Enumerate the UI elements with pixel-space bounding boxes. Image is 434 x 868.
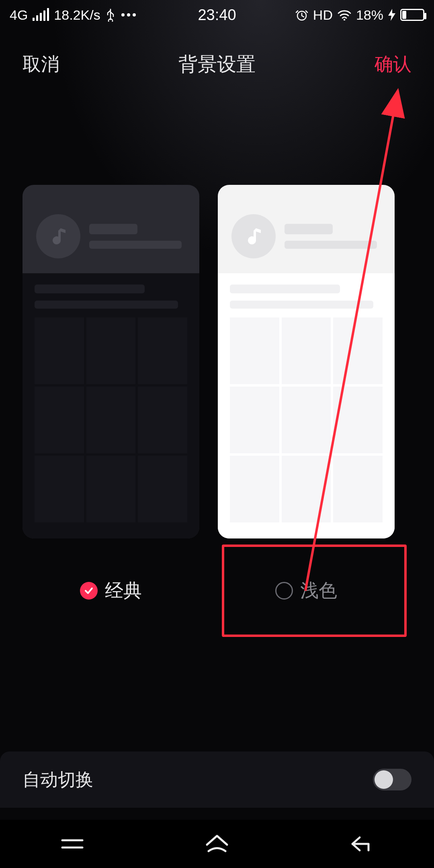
hd-label: HD [313, 7, 333, 23]
status-left: 4G 18.2K/s [10, 7, 137, 23]
charging-icon [388, 9, 395, 21]
signal-icon [33, 9, 49, 21]
usb-icon [105, 8, 116, 22]
option-classic-label: 经典 [105, 578, 142, 603]
home-button[interactable] [177, 828, 257, 860]
auto-switch-row: 自动切换 [0, 751, 434, 808]
cancel-button[interactable]: 取消 [23, 52, 59, 77]
theme-card-classic[interactable] [23, 185, 199, 538]
option-light-label: 浅色 [300, 578, 337, 603]
radio-selected-icon [80, 582, 98, 600]
status-right: HD 18% [295, 7, 424, 23]
auto-switch-toggle[interactable] [373, 769, 411, 790]
theme-cards [0, 185, 434, 538]
clock: 23:40 [198, 6, 236, 24]
radio-unselected-icon [275, 582, 293, 600]
recent-apps-button[interactable] [32, 828, 113, 860]
theme-card-light[interactable] [218, 185, 395, 538]
status-bar: 4G 18.2K/s 23:40 HD 18% [0, 0, 434, 30]
wifi-icon [338, 9, 351, 20]
music-note-icon [36, 214, 80, 258]
svg-point-2 [133, 13, 136, 16]
back-button[interactable] [321, 828, 402, 860]
confirm-button[interactable]: 确认 [375, 52, 411, 77]
svg-point-4 [344, 19, 345, 20]
battery-icon [400, 9, 424, 21]
svg-point-1 [127, 13, 130, 16]
page-title: 背景设置 [178, 51, 256, 77]
theme-options: 经典 浅色 [0, 567, 434, 615]
music-note-icon [231, 214, 276, 258]
page-header: 取消 背景设置 确认 [0, 40, 434, 88]
option-light[interactable]: 浅色 [218, 567, 395, 615]
svg-point-0 [121, 13, 125, 16]
more-dots-icon [121, 12, 137, 17]
auto-switch-label: 自动切换 [23, 768, 93, 792]
network-label: 4G [10, 7, 28, 23]
alarm-icon [295, 8, 308, 21]
option-classic[interactable]: 经典 [23, 567, 199, 615]
network-speed: 18.2K/s [54, 7, 100, 23]
battery-percent: 18% [356, 7, 383, 23]
system-nav-bar [0, 820, 434, 868]
